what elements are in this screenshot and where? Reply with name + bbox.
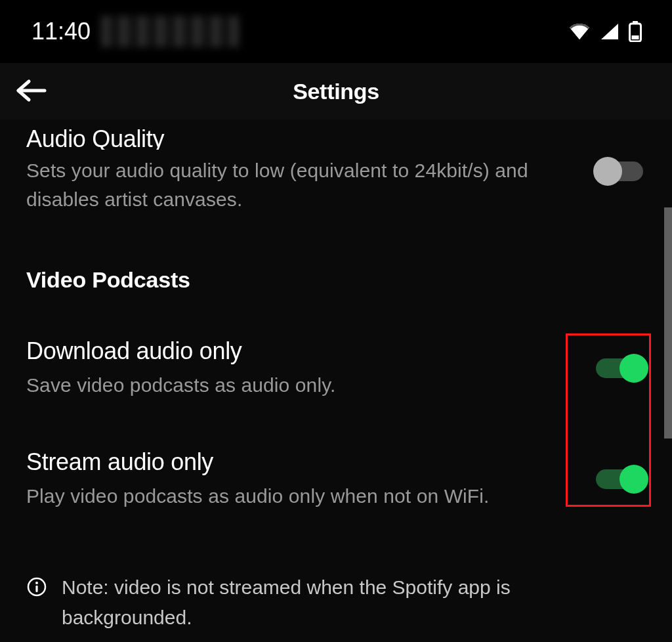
- setting-title: Audio Quality: [26, 129, 574, 150]
- status-left: 11:40: [32, 16, 239, 47]
- toggle-audio-quality[interactable]: [595, 157, 646, 186]
- toggle-thumb: [593, 157, 622, 186]
- svg-point-4: [35, 582, 38, 584]
- setting-title: Stream audio only: [26, 448, 574, 475]
- info-circle-icon: [26, 576, 47, 597]
- setting-title: Download audio only: [26, 337, 574, 364]
- status-redacted-area: [101, 16, 239, 47]
- setting-row-audio-quality[interactable]: Audio Quality Sets your audio quality to…: [26, 119, 646, 228]
- setting-desc: Sets your audio quality to low (equivale…: [26, 156, 564, 213]
- status-bar: 11:40: [0, 0, 672, 63]
- setting-text: Stream audio only Play video podcasts as…: [26, 448, 574, 511]
- section-header-video-podcasts: Video Podcasts: [26, 267, 646, 293]
- svg-rect-5: [35, 586, 37, 592]
- toggle-stream-audio-only[interactable]: [595, 465, 646, 494]
- settings-header: Settings: [0, 63, 672, 119]
- settings-content: Audio Quality Sets your audio quality to…: [0, 119, 672, 633]
- setting-row-stream-audio-only[interactable]: Stream audio only Play video podcasts as…: [26, 434, 646, 525]
- toggle-thumb: [620, 354, 648, 383]
- status-right: [568, 21, 642, 42]
- cellular-icon: [600, 22, 620, 41]
- toggle-thumb: [620, 465, 648, 494]
- clock-time: 11:40: [32, 18, 91, 45]
- svg-rect-2: [632, 35, 639, 39]
- setting-row-download-audio-only[interactable]: Download audio only Save video podcasts …: [26, 323, 646, 414]
- toggle-download-audio-only[interactable]: [595, 354, 646, 383]
- setting-text: Download audio only Save video podcasts …: [26, 337, 574, 400]
- wifi-icon: [568, 22, 591, 41]
- setting-desc: Play video podcasts as audio only when n…: [26, 482, 564, 511]
- scrollbar-thumb[interactable]: [664, 207, 672, 439]
- battery-icon: [629, 21, 642, 42]
- note-text: Note: video is not streamed when the Spo…: [62, 572, 620, 633]
- note-row: Note: video is not streamed when the Spo…: [26, 572, 646, 633]
- back-button[interactable]: [13, 73, 50, 110]
- page-title: Settings: [293, 79, 379, 104]
- arrow-left-icon: [16, 79, 47, 104]
- setting-text: Audio Quality Sets your audio quality to…: [26, 129, 574, 213]
- setting-desc: Save video podcasts as audio only.: [26, 371, 564, 400]
